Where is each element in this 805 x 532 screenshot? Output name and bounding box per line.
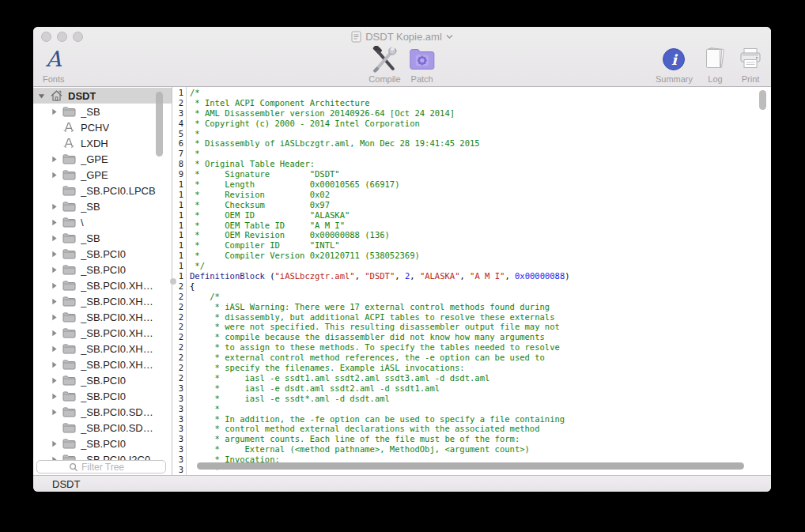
fonts-label: Fonts [43,74,65,84]
tree-row[interactable]: _SB.PCI0.LPCB [33,183,172,198]
summary-label: Summary [656,74,693,84]
tree-row-label: _SB [81,106,100,118]
compass-icon [62,137,76,149]
tree-row[interactable]: _SB.PCI0.XH… [33,277,172,293]
line-number: 1 [172,179,186,190]
tree-row[interactable]: DSDT [33,88,172,104]
sidebar-tree: DSDT_SBPCHVLXDH_GPE_GPE_SB.PCI0.LPCB_SB\… [33,87,172,467]
disclosure-collapsed-icon[interactable] [50,314,59,321]
line-number: 2 [172,312,186,323]
line-number: 3 [172,434,186,444]
disclosure-expanded-icon[interactable] [37,92,46,100]
summary-button[interactable]: i Summary [656,46,693,84]
disclosure-collapsed-icon[interactable] [50,298,59,305]
sidebar-scrollbar[interactable] [156,92,163,157]
code-line: * OEM ID "ALASKA" [190,210,771,221]
disclosure-collapsed-icon[interactable] [50,203,59,210]
fonts-button[interactable]: A Fonts [43,46,65,84]
tree-row[interactable]: _SB.PCI0.XH… [33,325,172,341]
code-editor[interactable]: 12345678911111111112222222222333333333 /… [172,87,771,475]
document-proxy-icon[interactable] [351,31,361,43]
tree-row-label: _SB.PCI0.LPCB [81,185,156,197]
tree-row[interactable]: _SB.PCI0 [33,372,172,388]
disclosure-collapsed-icon[interactable] [50,282,59,289]
tree-row[interactable]: _SB [33,104,172,119]
tree-row-label: LXDH [81,138,108,149]
disclosure-collapsed-icon[interactable] [50,156,59,163]
sidebar: DSDT_SBPCHVLXDH_GPE_GPE_SB.PCI0.LPCB_SB\… [33,87,172,475]
main-content: DSDT_SBPCHVLXDH_GPE_GPE_SB.PCI0.LPCB_SB\… [33,87,771,475]
code-line: * Copyright (c) 2000 - 2014 Intel Corpor… [190,119,771,129]
tree-row[interactable]: _SB.PCI0.SD… [33,420,172,436]
editor-vertical-scrollbar[interactable] [759,90,766,110]
line-number: 4 [172,119,186,129]
folder-icon [62,217,76,228]
tree-row[interactable]: PCHV [33,119,172,135]
line-number: 1 [172,221,186,231]
code-line: * Compiler ID "INTL" [190,240,771,251]
folder-icon [62,359,76,370]
line-number: 2 [172,363,186,373]
tree-row[interactable]: _SB.PCI0.XH… [33,341,172,357]
code-line: * iASL Warning: There were 17 external c… [190,302,771,312]
disclosure-collapsed-icon[interactable] [50,266,59,274]
code-line: * AML Disassembler version 20140926-64 [… [190,108,771,119]
compile-tools-icon [370,46,399,73]
log-button[interactable]: Log [702,46,728,84]
filter-tree-field[interactable] [36,460,166,474]
disclosure-collapsed-icon[interactable] [50,251,59,258]
tree-row[interactable]: _SB.PCI0.XH… [33,293,172,309]
compile-button[interactable]: Compile [368,46,400,84]
folder-icon [62,311,76,323]
tree-row[interactable]: _GPE [33,167,172,183]
line-number: 1 [172,210,186,221]
tree-row[interactable]: _SB.PCI0 [33,388,172,404]
code-line: * Length 0x00010565 (66917) [190,179,771,190]
tree-row[interactable]: \ [33,214,172,230]
compile-label: Compile [368,74,400,84]
line-number: 2 [172,332,186,342]
code-line: * OEM Table ID "A M I" [190,221,771,231]
disclosure-collapsed-icon[interactable] [50,235,59,242]
tree-row[interactable]: _SB.PCI0.SD… [33,404,172,420]
disclosure-collapsed-icon[interactable] [50,108,59,115]
tree-row[interactable]: _GPE [33,151,172,167]
tree-row-label: _SB [81,232,100,244]
fonts-icon: A [46,46,62,73]
tree-row[interactable]: _SB [33,230,172,246]
line-number: 2 [172,373,186,383]
filter-tree-input[interactable] [81,462,134,473]
disclosure-collapsed-icon[interactable] [50,377,59,384]
line-number: 3 [172,404,186,414]
code-line: * In addition, the -fe option can be use… [190,414,771,424]
disclosure-collapsed-icon[interactable] [50,393,59,400]
editor-horizontal-scrollbar[interactable] [197,462,744,470]
patch-button[interactable]: Patch [409,46,436,84]
title-chevron-down-icon[interactable] [446,34,453,40]
tree-row[interactable]: _SB.PCI0 [33,436,172,451]
tree-row[interactable]: _SB.PCI0.XH… [33,357,172,372]
titlebar: DSDT Kopie.aml [33,27,771,46]
toolbar-center-group: Compile Patch [368,46,435,84]
code-line: * OEM Revision 0x00000088 (136) [190,230,771,240]
line-number: 3 [172,414,186,424]
folder-icon [62,185,76,196]
print-button[interactable]: Print [738,46,763,84]
tree-row[interactable]: LXDH [33,135,172,151]
tree-row-label: _SB.PCI0.XH… [81,327,153,339]
disclosure-collapsed-icon[interactable] [50,172,59,179]
code-line: * compile because the disassembler did n… [190,332,771,342]
disclosure-collapsed-icon[interactable] [50,330,59,337]
folder-icon [62,106,76,117]
disclosure-collapsed-icon[interactable] [50,345,59,353]
disclosure-collapsed-icon[interactable] [50,409,59,416]
tree-row[interactable]: _SB [33,198,172,214]
tree-row-label: _SB.PCI0.XH… [81,311,153,323]
splitter-handle[interactable] [170,278,176,285]
tree-row[interactable]: _SB.PCI0 [33,262,172,277]
disclosure-collapsed-icon[interactable] [50,440,59,447]
disclosure-collapsed-icon[interactable] [50,219,59,226]
tree-row[interactable]: _SB.PCI0.XH… [33,309,172,325]
disclosure-collapsed-icon[interactable] [50,361,59,368]
tree-row[interactable]: _SB.PCI0 [33,246,172,262]
